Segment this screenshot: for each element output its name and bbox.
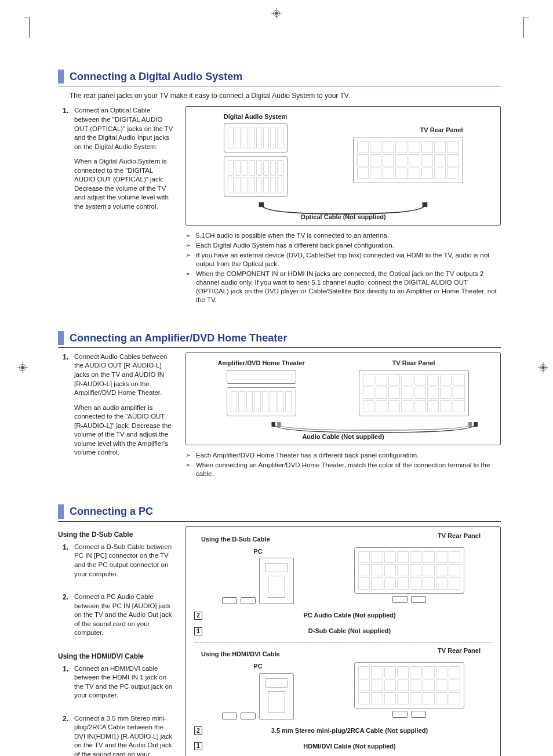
pc-tower-icon	[259, 673, 294, 719]
tv-rear-panel-icon	[353, 137, 463, 183]
section-title: Connecting a Digital Audio System	[58, 70, 501, 83]
section-intro: The rear panel jacks on your TV make it …	[70, 91, 501, 100]
title-rule	[58, 86, 501, 86]
step: 1. Connect an Optical Cable between the …	[58, 106, 174, 217]
cable-label: 3.5 mm Stereo mini-plug/2RCA Cable (Not …	[271, 726, 428, 735]
step-number: 1.	[58, 352, 68, 463]
note-item: 5.1CH audio is possible when the TV is c…	[185, 231, 501, 240]
device-label: Amplifier/DVD Home Theater	[217, 359, 304, 368]
note-item: If you have an external device (DVD, Cab…	[185, 251, 501, 268]
plug-icon	[411, 596, 426, 603]
device-label: TV Rear Panel	[392, 359, 435, 368]
optical-cable-icon	[186, 202, 500, 216]
step-text: When an audio amplifier is connected to …	[74, 404, 174, 457]
cable-label: HDMI/DVI Cable (Not supplied)	[303, 742, 396, 751]
device-label: Digital Audio System	[224, 112, 288, 121]
figure-amplifier: Amplifier/DVD Home Theater TV Rear Panel…	[185, 352, 501, 445]
step-number: 1.	[58, 664, 68, 706]
svg-rect-20	[468, 422, 472, 427]
cable-number-badge: 2	[194, 612, 202, 620]
step: 1. Connect Audio Cables between the AUDI…	[58, 352, 174, 463]
step-text: Connect a 3.5 mm Stereo mini-plug/2RCA C…	[74, 714, 174, 756]
step-text: Connect a PC Audio Cable between the PC …	[74, 593, 174, 638]
step: 1. Connect a D-Sub Cable between PC IN […	[58, 543, 174, 584]
plug-icon	[222, 597, 237, 604]
cable-number-badge: 1	[194, 742, 202, 750]
figure-sub-title: Using the D-Sub Cable	[201, 535, 270, 544]
step-number: 2.	[58, 714, 68, 756]
svg-rect-19	[277, 422, 281, 427]
step: 2. Connect a 3.5 mm Stereo mini-plug/2RC…	[58, 714, 174, 756]
plug-icon	[241, 713, 256, 719]
digital-audio-system-icon	[224, 123, 288, 152]
sub-heading: Using the HDMI/DVI Cable	[58, 652, 174, 661]
step-number: 1.	[58, 543, 68, 584]
note-item: When the COMPONENT IN or HDMI IN jacks a…	[185, 270, 501, 304]
cable-row: 1 HDMI/DVI Cable (Not supplied)	[194, 740, 492, 753]
svg-rect-18	[271, 422, 275, 427]
cable-number-badge: 1	[194, 627, 202, 635]
step-text: Connect a D-Sub Cable between PC IN [PC]…	[74, 543, 174, 579]
notes-list: Each Amplifier/DVD Home Theater has a di…	[185, 451, 501, 478]
sub-heading: Using the D-Sub Cable	[58, 530, 174, 539]
plug-icon	[241, 597, 256, 604]
cable-row: 1 D-Sub Cable (Not supplied)	[194, 624, 492, 638]
tv-rear-panel-icon	[359, 370, 469, 416]
device-label: PC	[253, 547, 262, 556]
figure-pc: Using the D-Sub Cable TV Rear Panel PC	[185, 526, 501, 756]
cable-row: 2 PC Audio Cable (Not supplied)	[194, 609, 492, 622]
notes-list: 5.1CH audio is possible when the TV is c…	[185, 231, 501, 304]
digital-audio-rear-icon	[224, 156, 288, 197]
step-text: Connect an HDMI/DVI cable between the HD…	[74, 664, 174, 700]
section-amplifier: Connecting an Amplifier/DVD Home Theater…	[58, 331, 501, 490]
svg-rect-16	[259, 202, 264, 207]
title-rule	[58, 521, 501, 522]
audio-cable-icon	[186, 422, 500, 436]
cable-number-badge: 2	[194, 726, 202, 735]
cable-row: 2 3.5 mm Stereo mini-plug/2RCA Cable (No…	[194, 724, 492, 737]
note-item: When connecting an Amplifier/DVD Home Th…	[185, 461, 501, 478]
section-pc: Connecting a PC Using the D-Sub Cable 1.…	[58, 504, 501, 756]
svg-rect-21	[474, 422, 478, 427]
plug-icon	[411, 711, 426, 718]
plug-icon	[222, 713, 237, 719]
figure-sub-title: Using the HDMI/DVI Cable	[201, 650, 280, 659]
device-label: TV Rear Panel	[438, 646, 481, 655]
note-item: Each Amplifier/DVD Home Theater has a di…	[185, 451, 501, 460]
tv-rear-panel-icon	[354, 547, 464, 594]
pc-tower-icon	[259, 558, 294, 604]
step: 2. Connect a PC Audio Cable between the …	[58, 593, 174, 644]
note-item: Each Digital Audio System has a differen…	[185, 241, 501, 250]
plug-icon	[392, 711, 408, 718]
svg-rect-17	[423, 202, 428, 207]
cable-label: PC Audio Cable (Not supplied)	[303, 611, 395, 620]
section-title: Connecting an Amplifier/DVD Home Theater	[58, 331, 501, 345]
section-title: Connecting a PC	[58, 504, 501, 518]
amplifier-rear-icon	[227, 387, 296, 416]
plug-icon	[392, 596, 408, 603]
step-text: Connect an Optical Cable between the "DI…	[74, 106, 174, 151]
device-label: TV Rear Panel	[420, 126, 463, 135]
tv-rear-panel-icon	[354, 662, 464, 708]
device-label: PC	[253, 662, 262, 671]
amplifier-front-icon	[227, 370, 296, 384]
section-digital-audio: Connecting a Digital Audio System The re…	[58, 70, 501, 316]
step-text: When a Digital Audio System is connected…	[74, 157, 174, 211]
title-rule	[58, 347, 501, 348]
cable-label: D-Sub Cable (Not supplied)	[308, 627, 391, 635]
figure-digital-audio: Digital Audio System TV Rear Panel O	[185, 106, 501, 226]
step-text: Connect Audio Cables between the AUDIO O…	[74, 352, 174, 398]
step: 1. Connect an HDMI/DVI cable between the…	[58, 664, 174, 706]
step-number: 1.	[58, 106, 68, 217]
device-label: TV Rear Panel	[438, 532, 481, 540]
step-number: 2.	[58, 593, 68, 644]
